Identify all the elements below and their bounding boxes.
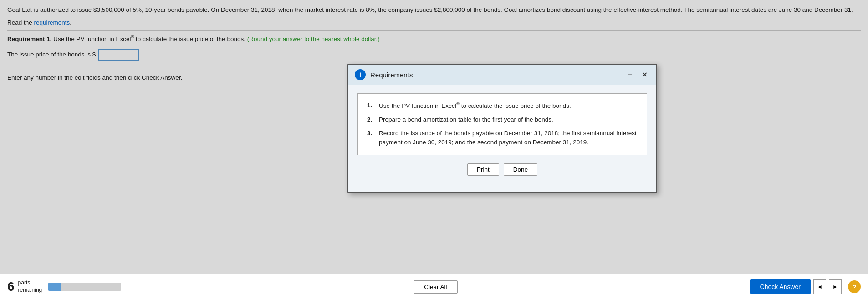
parts-number: 6 xyxy=(7,280,15,293)
modal-title: Requirements xyxy=(370,71,620,79)
progress-bar-container xyxy=(48,283,121,291)
modal-info-icon: i xyxy=(355,69,366,80)
list-item: 1. Use the PV function in Excel® to calc… xyxy=(367,101,638,111)
parts-label1: parts xyxy=(18,279,42,287)
req-num-3: 3. xyxy=(367,129,374,147)
nav-next-button[interactable]: ► xyxy=(829,279,842,294)
nav-prev-button[interactable]: ◄ xyxy=(813,279,826,294)
bottom-bar: 6 parts remaining Clear All Check Answer… xyxy=(0,274,868,299)
modal-header: i Requirements − × xyxy=(348,65,656,85)
done-button[interactable]: Done xyxy=(504,163,537,176)
modal-overlay: i Requirements − × 1. Use the PV functio… xyxy=(0,0,868,299)
requirements-list: 1. Use the PV function in Excel® to calc… xyxy=(367,101,638,147)
bottom-center: Clear All xyxy=(121,280,750,294)
requirements-box: 1. Use the PV function in Excel® to calc… xyxy=(357,93,647,155)
modal-minimize-button[interactable]: − xyxy=(625,71,635,79)
check-answer-button[interactable]: Check Answer xyxy=(750,279,811,294)
modal-close-button[interactable]: × xyxy=(639,71,650,79)
req-item-2-text: Prepare a bond amortization table for th… xyxy=(379,115,553,124)
bottom-right: Check Answer ◄ ► ? xyxy=(750,279,861,294)
parts-label2: remaining xyxy=(18,287,42,294)
list-item: 2. Prepare a bond amortization table for… xyxy=(367,115,638,124)
parts-text: parts remaining xyxy=(18,279,42,294)
clear-all-button[interactable]: Clear All xyxy=(414,280,457,294)
req-num-2: 2. xyxy=(367,115,374,124)
req-item-1-text: Use the PV function in Excel® to calcula… xyxy=(379,101,571,111)
req-num-1: 1. xyxy=(367,101,374,111)
parts-remaining: 6 parts remaining xyxy=(7,279,121,294)
modal-footer: Print Done xyxy=(357,163,647,184)
req-item-3-text: Record the issuance of the bonds payable… xyxy=(379,129,638,147)
help-icon[interactable]: ? xyxy=(848,280,861,293)
modal-body: 1. Use the PV function in Excel® to calc… xyxy=(348,85,656,192)
progress-bar-fill xyxy=(48,283,61,291)
print-button[interactable]: Print xyxy=(467,163,499,176)
requirements-modal: i Requirements − × 1. Use the PV functio… xyxy=(347,64,657,193)
list-item: 3. Record the issuance of the bonds paya… xyxy=(367,129,638,147)
